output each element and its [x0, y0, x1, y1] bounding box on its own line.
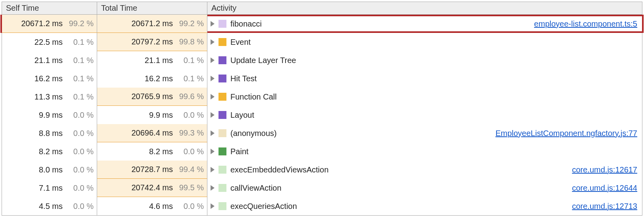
total-time-value: 20671.2 ms — [129, 19, 173, 28]
table-row[interactable]: 8.2 ms0.0 %8.2 ms0.0 %Paint — [2, 142, 642, 161]
source-link[interactable]: core.umd.js:12617 — [572, 165, 637, 174]
expand-icon[interactable] — [211, 39, 215, 45]
self-time-value: 22.5 ms — [19, 38, 63, 47]
table-row[interactable]: 20671.2 ms99.2 %20671.2 ms99.2 %fibonacc… — [2, 15, 642, 33]
expand-icon[interactable] — [211, 94, 215, 100]
activity-swatch-icon — [218, 111, 226, 119]
activity-swatch-icon — [218, 38, 226, 46]
expand-icon[interactable] — [211, 112, 215, 118]
activity-cell: fibonacciemployee-list.component.ts:5 — [207, 15, 642, 33]
activity-name: callViewAction — [230, 184, 282, 193]
expand-icon[interactable] — [211, 130, 215, 136]
table-row[interactable]: 22.5 ms0.1 %20797.2 ms99.8 %Event — [2, 33, 642, 51]
source-link[interactable]: core.umd.js:12644 — [572, 184, 637, 193]
activity-cell: callViewActioncore.umd.js:12644 — [207, 179, 642, 197]
expand-icon[interactable] — [211, 21, 215, 27]
activity-cell: Function Call — [207, 88, 642, 106]
self-time-percent: 0.0 % — [66, 129, 94, 138]
activity-swatch-icon — [218, 75, 226, 82]
self-time-value: 7.1 ms — [19, 184, 63, 193]
self-time-cell: 8.8 ms0.0 % — [2, 124, 97, 142]
self-time-cell: 11.3 ms0.1 % — [2, 88, 97, 106]
activity-name: fibonacci — [230, 19, 262, 29]
self-time-cell: 8.0 ms0.0 % — [2, 161, 97, 179]
self-time-cell: 21.1 ms0.1 % — [2, 51, 97, 69]
activity-cell: Event — [207, 33, 642, 51]
col-header-self-time[interactable]: Self Time — [2, 2, 97, 14]
table-row[interactable]: 16.2 ms0.1 %16.2 ms0.1 %Hit Test — [2, 69, 642, 88]
expand-icon[interactable] — [211, 203, 215, 209]
table-row[interactable]: 4.5 ms0.0 %4.6 ms0.0 %execQueriesActionc… — [2, 197, 642, 215]
total-time-percent: 0.0 % — [176, 111, 204, 120]
activity-swatch-icon — [218, 56, 226, 64]
activity-name: Update Layer Tree — [230, 56, 296, 65]
self-time-value: 16.2 ms — [19, 74, 63, 83]
activity-cell: Hit Test — [207, 69, 642, 88]
activity-name: Hit Test — [230, 74, 257, 83]
self-time-cell: 16.2 ms0.1 % — [2, 69, 97, 88]
total-time-cell: 20742.4 ms99.5 % — [97, 179, 207, 197]
self-time-percent: 0.0 % — [66, 202, 94, 211]
self-time-cell: 20671.2 ms99.2 % — [2, 15, 97, 33]
self-time-cell: 22.5 ms0.1 % — [2, 33, 97, 51]
source-link[interactable]: core.umd.js:12713 — [572, 202, 637, 211]
total-time-value: 21.1 ms — [129, 56, 173, 65]
table-row[interactable]: 8.8 ms0.0 %20696.4 ms99.3 %(anonymous)Em… — [2, 124, 642, 142]
activity-swatch-icon — [218, 93, 226, 101]
source-link[interactable]: employee-list.component.ts:5 — [534, 19, 637, 29]
expand-icon[interactable] — [211, 57, 215, 63]
self-time-percent: 0.0 % — [66, 165, 94, 174]
self-time-value: 20671.2 ms — [19, 19, 63, 28]
total-time-cell: 20728.7 ms99.4 % — [97, 161, 207, 179]
table-row[interactable]: 8.0 ms0.0 %20728.7 ms99.4 %execEmbeddedV… — [2, 161, 642, 179]
total-time-percent: 0.1 % — [176, 74, 204, 83]
total-time-percent: 99.5 % — [176, 183, 204, 192]
table-row[interactable]: 11.3 ms0.1 %20765.9 ms99.6 %Function Cal… — [2, 88, 642, 106]
table-header: Self Time Total Time Activity — [2, 2, 642, 15]
activity-name: Paint — [230, 147, 249, 156]
self-time-value: 4.5 ms — [19, 202, 63, 211]
total-time-percent: 0.1 % — [176, 56, 204, 65]
activity-swatch-icon — [218, 166, 226, 174]
self-time-percent: 0.0 % — [66, 111, 94, 120]
total-time-percent: 99.2 % — [176, 19, 204, 28]
table-row[interactable]: 9.9 ms0.0 %9.9 ms0.0 %Layout — [2, 106, 642, 124]
self-time-cell: 8.2 ms0.0 % — [2, 142, 97, 161]
col-header-activity[interactable]: Activity — [207, 2, 642, 14]
total-time-value: 20765.9 ms — [129, 92, 173, 101]
total-time-value: 20797.2 ms — [129, 37, 173, 46]
activity-name: execQueriesAction — [230, 202, 297, 211]
activity-swatch-icon — [218, 202, 226, 210]
expand-icon[interactable] — [211, 76, 215, 81]
self-time-value: 8.2 ms — [19, 147, 63, 156]
expand-icon[interactable] — [211, 167, 215, 172]
total-time-percent: 99.6 % — [176, 92, 204, 101]
table-row[interactable]: 21.1 ms0.1 %21.1 ms0.1 %Update Layer Tre… — [2, 51, 642, 69]
total-time-percent: 99.3 % — [176, 128, 204, 138]
self-time-percent: 0.1 % — [66, 92, 94, 101]
activity-cell: Layout — [207, 106, 642, 124]
self-time-value: 21.1 ms — [19, 56, 63, 65]
activity-name: Layout — [230, 111, 254, 120]
self-time-cell: 7.1 ms0.0 % — [2, 179, 97, 197]
self-time-value: 11.3 ms — [19, 92, 63, 101]
total-time-cell: 20671.2 ms99.2 % — [97, 15, 207, 33]
total-time-cell: 8.2 ms0.0 % — [97, 142, 207, 161]
self-time-percent: 0.1 % — [66, 74, 94, 83]
source-link[interactable]: EmployeeListComponent.ngfactory.js:77 — [495, 129, 637, 138]
self-time-cell: 9.9 ms0.0 % — [2, 106, 97, 124]
total-time-value: 20728.7 ms — [129, 165, 173, 174]
expand-icon[interactable] — [211, 149, 215, 154]
activity-swatch-icon — [218, 147, 226, 155]
total-time-cell: 4.6 ms0.0 % — [97, 197, 207, 215]
self-time-percent: 0.1 % — [66, 38, 94, 47]
table-row[interactable]: 7.1 ms0.0 %20742.4 ms99.5 %callViewActio… — [2, 179, 642, 197]
total-time-value: 4.6 ms — [129, 202, 173, 211]
expand-icon[interactable] — [211, 185, 215, 191]
total-time-cell: 21.1 ms0.1 % — [97, 51, 207, 69]
col-header-total-time[interactable]: Total Time — [97, 2, 207, 14]
self-time-cell: 4.5 ms0.0 % — [2, 197, 97, 215]
total-time-percent: 0.0 % — [176, 202, 204, 211]
activity-name: execEmbeddedViewsAction — [230, 165, 329, 174]
self-time-value: 8.0 ms — [19, 165, 63, 174]
